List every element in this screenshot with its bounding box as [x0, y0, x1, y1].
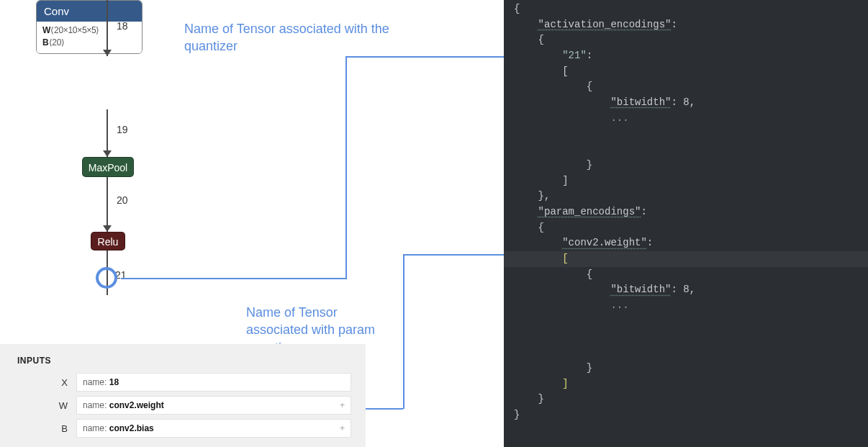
input-label: name:: [83, 400, 107, 410]
connector-line: [140, 278, 346, 279]
code-line: "21":: [504, 48, 868, 64]
code-key-param: "param_encodings": [538, 206, 641, 217]
edge-label-18: 18: [117, 20, 128, 32]
input-key: W: [17, 400, 68, 411]
connector-line: [121, 278, 140, 279]
input-label: name:: [83, 377, 107, 387]
highlight-circle-icon: [96, 267, 117, 289]
input-value[interactable]: name: 18: [76, 373, 351, 392]
code-line: {: [504, 79, 868, 95]
input-name-text: conv2.weight: [109, 400, 164, 410]
node-maxpool[interactable]: MaxPool: [82, 157, 134, 177]
input-row-w: W name: conv2.weight +: [17, 396, 351, 415]
code-key-bitwidth: "bitwidth": [610, 284, 671, 295]
code-line: [504, 314, 868, 330]
expand-plus-icon[interactable]: +: [340, 423, 345, 433]
connector-line: [345, 56, 347, 279]
code-line: [504, 127, 868, 143]
code-line: "conv2.weight":: [504, 235, 868, 251]
edge-line: [107, 177, 108, 232]
code-line: {: [504, 267, 868, 283]
node-relu[interactable]: Relu: [91, 232, 125, 250]
input-value[interactable]: name: conv2.bias +: [76, 419, 351, 438]
code-line: "bitwidth": 8,: [504, 95, 868, 111]
input-value[interactable]: name: conv2.weight +: [76, 396, 351, 415]
conv-w-dims: ⟨20×10×5×5⟩: [50, 25, 99, 35]
code-line: {: [504, 1, 868, 17]
code-line: }: [504, 361, 868, 376]
code-line-highlight: [: [504, 251, 868, 267]
code-line: [: [504, 64, 868, 80]
code-line: ...: [504, 298, 868, 314]
code-line: {: [504, 220, 868, 236]
code-key-conv2w: "conv2.weight": [562, 237, 647, 248]
code-line: ...: [504, 111, 868, 127]
code-val-bitwidth: 8: [683, 284, 689, 295]
code-ellipsis: ...: [610, 112, 628, 124]
input-name-text: conv2.bias: [109, 423, 154, 433]
code-line: ]: [504, 173, 868, 189]
input-row-x: X name: 18: [17, 373, 351, 392]
code-line: "activation_encodings":: [504, 17, 868, 33]
annotation-activation: Name of Tensor associated with the quant…: [184, 20, 443, 55]
input-label: name:: [83, 423, 107, 433]
code-line: }: [504, 158, 868, 173]
expand-plus-icon[interactable]: +: [340, 400, 345, 410]
input-row-b: B name: conv2.bias +: [17, 419, 351, 438]
arrow-down-icon: [103, 50, 112, 56]
code-line: [504, 329, 868, 345]
conv-w-prefix: W: [42, 25, 50, 35]
arrow-down-icon: [103, 150, 112, 157]
code-line: "param_encodings":: [504, 204, 868, 220]
input-key: X: [17, 377, 68, 388]
inputs-panel: INPUTS X name: 18 W name: conv2.weight +…: [0, 344, 366, 447]
inputs-title: INPUTS: [17, 356, 351, 366]
code-key-21: "21": [562, 50, 587, 61]
code-line: {: [504, 32, 868, 48]
conv-b-prefix: B: [42, 37, 49, 48]
code-key-bitwidth: "bitwidth": [610, 96, 671, 108]
input-name-text: 18: [109, 377, 119, 387]
code-line: ]: [504, 376, 868, 392]
edge-label-20: 20: [117, 194, 128, 206]
code-line: "bitwidth": 8,: [504, 282, 868, 298]
node-conv-title: Conv: [37, 1, 142, 22]
code-line: }: [504, 407, 868, 423]
code-line: [504, 345, 868, 361]
arrow-down-icon: [103, 225, 112, 232]
code-ellipsis: ...: [610, 299, 628, 311]
input-key: B: [17, 423, 68, 434]
code-val-bitwidth: 8: [683, 96, 689, 108]
edge-line: [107, 0, 108, 56]
conv-b-dims: ⟨20⟩: [49, 37, 65, 48]
code-line: },: [504, 189, 868, 204]
code-line: }: [504, 392, 868, 407]
code-line: [504, 142, 868, 158]
connector-line: [403, 254, 404, 409]
json-code-panel: { "activation_encodings": { "21": [ { "b…: [504, 0, 868, 447]
code-key-activation: "activation_encodings": [538, 19, 672, 30]
edge-label-19: 19: [117, 124, 128, 135]
